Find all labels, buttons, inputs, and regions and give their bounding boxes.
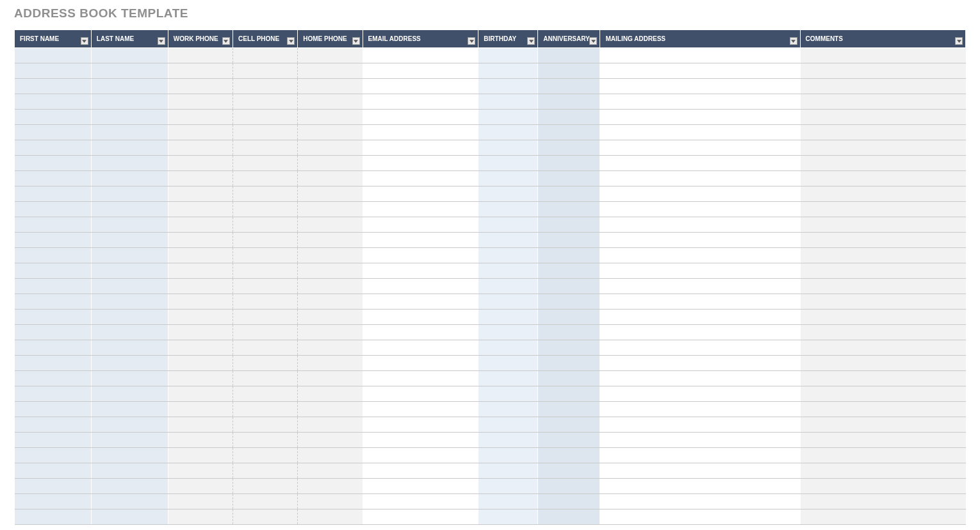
cell-last-name[interactable] <box>91 402 168 417</box>
cell-home-phone[interactable] <box>298 79 363 94</box>
cell-home-phone[interactable] <box>298 279 363 294</box>
cell-last-name[interactable] <box>91 217 168 233</box>
cell-mailing-address[interactable] <box>600 494 800 509</box>
cell-first-name[interactable] <box>15 340 92 356</box>
cell-comments[interactable] <box>800 310 965 325</box>
cell-home-phone[interactable] <box>298 294 363 310</box>
cell-home-phone[interactable] <box>298 156 363 171</box>
filter-dropdown-icon[interactable] <box>222 37 230 45</box>
cell-last-name[interactable] <box>91 371 168 386</box>
filter-dropdown-icon[interactable] <box>527 37 535 45</box>
cell-birthday[interactable] <box>478 386 538 402</box>
cell-comments[interactable] <box>800 417 965 433</box>
cell-anniversary[interactable] <box>538 186 600 202</box>
cell-anniversary[interactable] <box>538 463 600 479</box>
cell-home-phone[interactable] <box>298 494 363 509</box>
cell-first-name[interactable] <box>15 448 92 463</box>
cell-last-name[interactable] <box>91 417 168 433</box>
cell-mailing-address[interactable] <box>600 294 800 310</box>
filter-dropdown-icon[interactable] <box>468 37 475 45</box>
cell-first-name[interactable] <box>15 125 92 140</box>
cell-cell-phone[interactable] <box>233 371 297 386</box>
cell-birthday[interactable] <box>478 479 538 494</box>
cell-work-phone[interactable] <box>168 463 233 479</box>
cell-comments[interactable] <box>800 340 965 356</box>
cell-home-phone[interactable] <box>298 186 363 202</box>
cell-anniversary[interactable] <box>538 48 600 63</box>
cell-work-phone[interactable] <box>168 479 233 494</box>
cell-first-name[interactable] <box>15 371 92 386</box>
cell-mailing-address[interactable] <box>600 463 800 479</box>
cell-birthday[interactable] <box>478 186 538 202</box>
cell-home-phone[interactable] <box>298 371 363 386</box>
cell-birthday[interactable] <box>478 171 538 186</box>
cell-email[interactable] <box>363 433 478 448</box>
cell-birthday[interactable] <box>478 448 538 463</box>
cell-email[interactable] <box>363 186 478 202</box>
cell-last-name[interactable] <box>91 386 168 402</box>
cell-anniversary[interactable] <box>538 417 600 433</box>
cell-work-phone[interactable] <box>168 125 233 140</box>
cell-comments[interactable] <box>800 48 965 63</box>
cell-mailing-address[interactable] <box>600 233 800 248</box>
cell-comments[interactable] <box>800 110 965 125</box>
cell-work-phone[interactable] <box>168 494 233 509</box>
cell-birthday[interactable] <box>478 402 538 417</box>
cell-work-phone[interactable] <box>168 186 233 202</box>
cell-email[interactable] <box>363 233 478 248</box>
cell-cell-phone[interactable] <box>233 479 297 494</box>
cell-mailing-address[interactable] <box>600 310 800 325</box>
cell-mailing-address[interactable] <box>600 156 800 171</box>
cell-comments[interactable] <box>800 386 965 402</box>
cell-comments[interactable] <box>800 202 965 217</box>
cell-first-name[interactable] <box>15 186 92 202</box>
cell-last-name[interactable] <box>91 248 168 263</box>
cell-cell-phone[interactable] <box>233 279 297 294</box>
cell-comments[interactable] <box>800 433 965 448</box>
cell-email[interactable] <box>363 110 478 125</box>
cell-last-name[interactable] <box>91 310 168 325</box>
cell-comments[interactable] <box>800 356 965 371</box>
cell-last-name[interactable] <box>91 233 168 248</box>
cell-mailing-address[interactable] <box>600 509 800 525</box>
col-cell-phone[interactable]: CELL PHONE <box>233 30 297 48</box>
cell-home-phone[interactable] <box>298 63 363 79</box>
cell-home-phone[interactable] <box>298 310 363 325</box>
cell-home-phone[interactable] <box>298 433 363 448</box>
cell-anniversary[interactable] <box>538 125 600 140</box>
cell-cell-phone[interactable] <box>233 233 297 248</box>
cell-mailing-address[interactable] <box>600 340 800 356</box>
cell-comments[interactable] <box>800 294 965 310</box>
cell-cell-phone[interactable] <box>233 325 297 340</box>
cell-last-name[interactable] <box>91 63 168 79</box>
cell-anniversary[interactable] <box>538 325 600 340</box>
cell-anniversary[interactable] <box>538 356 600 371</box>
cell-first-name[interactable] <box>15 79 92 94</box>
cell-cell-phone[interactable] <box>233 110 297 125</box>
cell-email[interactable] <box>363 217 478 233</box>
cell-mailing-address[interactable] <box>600 63 800 79</box>
cell-mailing-address[interactable] <box>600 263 800 279</box>
cell-home-phone[interactable] <box>298 202 363 217</box>
cell-work-phone[interactable] <box>168 325 233 340</box>
cell-cell-phone[interactable] <box>233 140 297 156</box>
cell-birthday[interactable] <box>478 310 538 325</box>
cell-birthday[interactable] <box>478 63 538 79</box>
cell-last-name[interactable] <box>91 294 168 310</box>
cell-email[interactable] <box>363 79 478 94</box>
col-anniversary[interactable]: ANNIVERSARY <box>538 30 600 48</box>
cell-comments[interactable] <box>800 140 965 156</box>
cell-email[interactable] <box>363 294 478 310</box>
cell-cell-phone[interactable] <box>233 402 297 417</box>
cell-first-name[interactable] <box>15 479 92 494</box>
cell-cell-phone[interactable] <box>233 156 297 171</box>
cell-work-phone[interactable] <box>168 156 233 171</box>
cell-cell-phone[interactable] <box>233 171 297 186</box>
cell-work-phone[interactable] <box>168 279 233 294</box>
cell-first-name[interactable] <box>15 110 92 125</box>
cell-last-name[interactable] <box>91 156 168 171</box>
cell-home-phone[interactable] <box>298 248 363 263</box>
cell-home-phone[interactable] <box>298 94 363 110</box>
cell-mailing-address[interactable] <box>600 386 800 402</box>
cell-mailing-address[interactable] <box>600 125 800 140</box>
